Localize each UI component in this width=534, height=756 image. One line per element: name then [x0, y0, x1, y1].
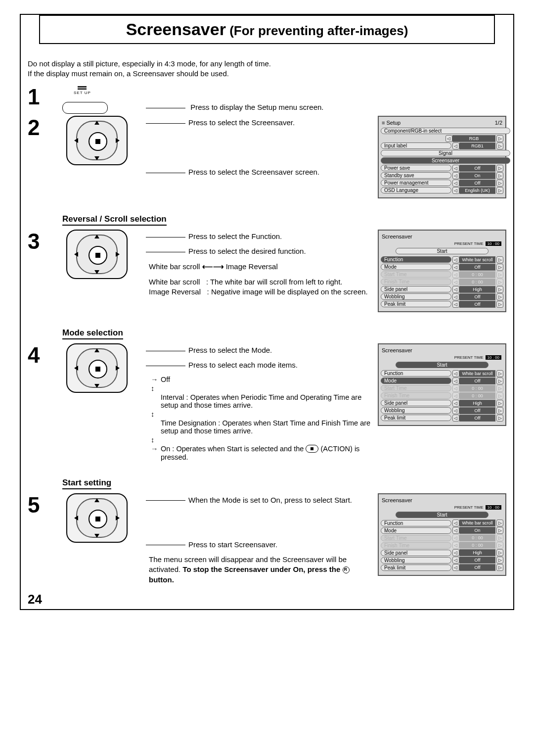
- step3-text: Press to select the Function. Press to s…: [149, 230, 378, 302]
- mode-off: Off: [161, 376, 375, 383]
- step-number-4: 4: [28, 343, 62, 367]
- step5-text: When the Mode is set to On, press to sel…: [149, 493, 378, 590]
- step5-line2: Press to start Screensaver.: [188, 540, 277, 549]
- step3-graphic: [62, 230, 149, 279]
- mode-on-pre: On : Operates when Start is selected and…: [161, 445, 306, 453]
- step3-desc2-text: : Negative image will be displayed on th…: [207, 287, 368, 296]
- step4-line2: Press to select each mode items.: [188, 361, 298, 369]
- step-number-2: 2: [28, 116, 62, 140]
- step2-graphic: [62, 116, 149, 165]
- step4-line1: Press to select the Mode.: [188, 346, 272, 354]
- mode-td: Time Designation : Operates when Start T…: [161, 419, 375, 435]
- step-4: 4 Press to select the Mode. Press to sel…: [28, 343, 506, 462]
- step3-l3-right: Image Reversal: [226, 262, 278, 271]
- r-button-icon: [343, 567, 350, 573]
- page-number: 24: [28, 592, 506, 607]
- title-sub: (For preventing after-images): [226, 23, 408, 38]
- step1-instruction: Press to display the Setup menu screen.: [190, 103, 323, 111]
- step5-graphic: [62, 493, 149, 543]
- menu-lines-icon: [78, 86, 87, 90]
- intro-text: Do not display a still picture, especial…: [28, 59, 506, 78]
- remote-dpad-icon: [66, 493, 128, 543]
- step-3: 3 Press to select the Function. Press to…: [28, 230, 506, 312]
- osd-screensaver-a: ScreensaverPRESENT TIME10 : 00StartFunct…: [378, 230, 506, 312]
- step2-bottom: Press to select the Screensaver screen.: [188, 168, 319, 176]
- setup-label: SET UP: [74, 91, 91, 95]
- screensaver-osd-a: ScreensaverPRESENT TIME10 : 00StartFunct…: [378, 230, 506, 312]
- setup-button-icon: SET UP: [62, 102, 108, 114]
- step1-graphic: SET UP: [62, 85, 149, 114]
- step3-line1: Press to select the Function.: [188, 232, 282, 240]
- leader-line: [146, 108, 185, 108]
- remote-dpad-icon: [66, 343, 128, 393]
- mode-list: →Off ↕ Interval : Operates when Periodic…: [151, 376, 375, 461]
- page-frame: Screensaver (For preventing after-images…: [20, 14, 514, 610]
- step5-line3-bold: To stop the Screensaver under On, press …: [182, 565, 342, 573]
- content: Screensaver (For preventing after-images…: [21, 15, 513, 609]
- step2-top: Press to select the Screensaver.: [188, 118, 295, 127]
- step3-desc1-text: : The white bar will scroll from left to…: [206, 278, 343, 286]
- step3-desc2-label: Image Reversal: [149, 287, 201, 296]
- setup-osd: ≡ Setup1/2Component/RGB-in select◁RGB▷In…: [378, 116, 506, 198]
- step-number-5: 5: [28, 493, 62, 517]
- title-main: Screensaver: [126, 20, 226, 39]
- screensaver-osd-c: ScreensaverPRESENT TIME10 : 00StartFunct…: [378, 493, 506, 576]
- mode-interval: Interval : Operates when Periodic Time a…: [161, 393, 375, 409]
- step-number-3: 3: [28, 230, 62, 253]
- heading-reversal-scroll: Reversal / Scroll selection: [62, 214, 167, 226]
- osd-screensaver-b: ScreensaverPRESENT TIME10 : 00StartFunct…: [378, 343, 506, 426]
- intro-line1: Do not display a still picture, especial…: [28, 59, 271, 68]
- heading-mode-selection: Mode selection: [62, 328, 123, 339]
- action-button-icon: [306, 445, 318, 453]
- osd-screensaver-c: ScreensaverPRESENT TIME10 : 00StartFunct…: [378, 493, 506, 576]
- step5-line3-post: button.: [149, 575, 174, 584]
- heading-start-setting: Start setting: [62, 478, 111, 489]
- step1-text: Press to display the Setup menu screen.: [149, 85, 378, 111]
- intro-line2: If the display must remain on, a Screens…: [28, 69, 229, 78]
- remote-dpad-icon: [66, 230, 128, 279]
- step5-line1: When the Mode is set to On, press to sel…: [188, 496, 352, 504]
- step2-text: Press to select the Screensaver. Press t…: [149, 116, 378, 183]
- step3-desc1-label: White bar scroll: [149, 278, 200, 286]
- double-arrow-icon: ⟵⟶: [202, 262, 224, 272]
- step-1: 1 SET UP Press to display the Setup menu…: [28, 85, 506, 114]
- remote-dpad-icon: [66, 116, 128, 165]
- step3-l3-left: White bar scroll: [149, 262, 200, 271]
- step-5: 5 When the Mode is set to On, press to s…: [28, 493, 506, 590]
- step3-line2: Press to select the desired function.: [188, 247, 306, 255]
- title-box: Screensaver (For preventing after-images…: [39, 15, 495, 44]
- step4-graphic: [62, 343, 149, 393]
- step-2: 2 Press to select the Screensaver. Press…: [28, 116, 506, 198]
- screensaver-osd-b: ScreensaverPRESENT TIME10 : 00StartFunct…: [378, 343, 506, 426]
- step-number-1: 1: [28, 85, 62, 109]
- step4-text: Press to select the Mode. Press to selec…: [149, 343, 378, 462]
- osd-setup-menu: ≡ Setup1/2Component/RGB-in select◁RGB▷In…: [378, 116, 506, 198]
